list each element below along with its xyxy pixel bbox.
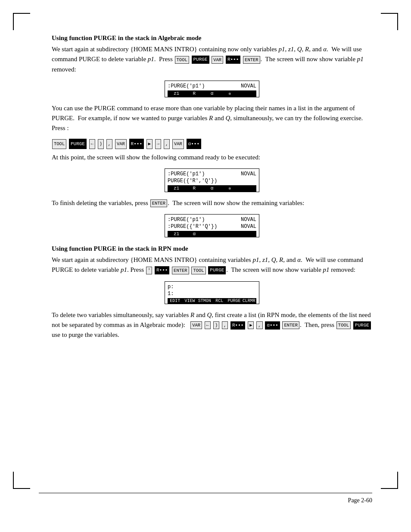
key-tool-2[interactable]: TOOL: [52, 139, 66, 149]
screen4-menu-stmon: STMON: [197, 298, 212, 304]
key-paren-2[interactable]: ): [213, 321, 219, 329]
key-r2[interactable]: R▪▪▪: [129, 139, 144, 149]
screen3-line1-left: :PURGE('p1'): [168, 217, 205, 223]
key-back-1[interactable]: ←: [89, 139, 95, 149]
key-purge-3[interactable]: PURGE: [208, 266, 226, 274]
screen2-menu-item-2: R: [185, 185, 203, 192]
page-divider: [39, 493, 372, 493]
screen1-menu-item-5: [239, 90, 256, 97]
keys-row-1: TOOL PURGE ← ) , VAR R▪▪▪ ▶ → , VAR α▪▪▪: [52, 137, 372, 150]
key-tool-1[interactable]: TOOL: [175, 56, 189, 64]
key-enter-1[interactable]: ENTER: [243, 56, 260, 64]
key-tri-2[interactable]: ▶: [248, 321, 254, 329]
corner-mark-br: [381, 472, 398, 489]
screen1-menu-item-4: ∝: [221, 90, 239, 97]
key-alpha-1[interactable]: α▪▪▪: [187, 139, 201, 149]
corner-mark-tr: [381, 13, 398, 30]
key-alpha-2[interactable]: α▪▪▪: [265, 321, 280, 330]
screen2-line1-left: :PURGE('p1'): [168, 171, 205, 177]
screen1-menu-item-1: z1: [168, 90, 185, 97]
key-comma-1[interactable]: ,: [106, 139, 112, 149]
key-purge-4[interactable]: PURGE: [353, 321, 371, 330]
algebraic-para-3: At this point, the screen will show the …: [52, 152, 372, 162]
key-r1[interactable]: R▪▪▪: [226, 56, 240, 64]
algebraic-para-1: We start again at subdirectory {HOME MAN…: [52, 44, 372, 75]
screen1-wrapper: :PURGE('p1') NOVAL z1 R α ∝: [52, 81, 372, 97]
screen1-menu-item-3: α: [203, 90, 221, 97]
screen2-line2: PURGE({'R','Q'}): [168, 177, 256, 184]
key-enter-2[interactable]: ENTER: [150, 199, 168, 207]
screen3-line2-left: :PURGE({'R''Q'}): [168, 224, 217, 230]
key-var-3[interactable]: VAR: [172, 139, 184, 149]
screen2-menu-item-3: α: [203, 185, 221, 192]
screen3-menu-item-4: [221, 231, 239, 237]
screen1: :PURGE('p1') NOVAL z1 R α ∝: [165, 81, 259, 97]
screen4-wrapper: p: 1: EDIT VIEW STMON RCL PURGE CLRMR: [52, 281, 372, 304]
key-comma-4[interactable]: ,: [256, 321, 262, 329]
screen3-menu-item-5: [239, 231, 256, 237]
page-content: Using function PURGE in the stack in Alg…: [52, 34, 372, 340]
screen3-line1: :PURGE('p1') NOVAL: [168, 216, 256, 223]
algebraic-para-2: You can use the PURGE command to erase m…: [52, 103, 372, 134]
key-r4[interactable]: R▪▪▪: [230, 321, 245, 330]
page: Using function PURGE in the stack in Alg…: [0, 0, 411, 532]
screen3-line2: :PURGE({'R''Q'}) NOVAL: [168, 223, 256, 230]
screen4-line2: 1:: [168, 290, 256, 297]
screen3-line2-right: NOVAL: [241, 224, 256, 230]
screen4-line1: p:: [168, 283, 256, 290]
algebraic-section: Using function PURGE in the stack in Alg…: [52, 34, 372, 237]
page-number: Page 2-60: [348, 497, 372, 504]
screen2-menu: z1 R α ∝: [168, 185, 256, 192]
screen4-menu-view: VIEW: [182, 298, 197, 304]
screen3-menu: z1 α: [168, 231, 256, 237]
rpn-para-2: To delete two variables simultaneously, …: [52, 310, 372, 340]
key-tool-4[interactable]: TOOL: [336, 321, 351, 329]
screen1-menu-item-2: R: [185, 90, 203, 97]
screen2: :PURGE('p1') NOVAL PURGE({'R','Q'}) z1 R…: [165, 168, 259, 192]
key-enter-4[interactable]: ENTER: [282, 321, 299, 329]
screen3-menu-item-3: [203, 231, 221, 237]
screen4: p: 1: EDIT VIEW STMON RCL PURGE CLRMR: [165, 281, 259, 304]
screen4-menu-clrmr: CLRMR: [242, 298, 256, 304]
corner-mark-bl: [13, 472, 30, 489]
screen1-line1-right: NOVAL: [241, 83, 256, 89]
screen3: :PURGE('p1') NOVAL :PURGE({'R''Q'}) NOVA…: [165, 214, 259, 237]
algebraic-para-4: To finish deleting the variables, press …: [52, 198, 372, 208]
screen1-menu: z1 R α ∝: [168, 90, 256, 97]
key-arrow-1[interactable]: →: [155, 139, 161, 149]
screen1-line1: :PURGE('p1') NOVAL: [168, 83, 256, 90]
screen4-menu-rcl: RCL: [212, 298, 227, 304]
screen2-menu-item-5: [239, 185, 256, 192]
key-paren-1[interactable]: ): [98, 139, 104, 149]
key-var-2[interactable]: VAR: [115, 139, 127, 149]
key-comma-3[interactable]: ,: [222, 321, 228, 329]
screen1-line1-left: :PURGE('p1'): [168, 83, 205, 89]
screen3-menu-item-1: z1: [168, 231, 185, 237]
key-quote-1[interactable]: ': [146, 267, 152, 274]
screen2-line1: :PURGE('p1') NOVAL: [168, 171, 256, 177]
screen2-wrapper: :PURGE('p1') NOVAL PURGE({'R','Q'}) z1 R…: [52, 168, 372, 192]
key-purge-1[interactable]: PURGE: [192, 56, 209, 64]
key-back-2[interactable]: ←: [205, 321, 211, 329]
key-tri-1[interactable]: ▶: [146, 139, 153, 149]
screen3-line1-right: NOVAL: [241, 217, 256, 223]
key-var-4[interactable]: VAR: [190, 321, 202, 329]
screen2-line1-right: NOVAL: [241, 171, 256, 177]
key-tool-3[interactable]: TOOL: [191, 267, 206, 274]
rpn-para-1: We start again at subdirectory {HOME MAN…: [52, 255, 372, 275]
key-enter-3[interactable]: ENTER: [172, 267, 189, 274]
screen3-wrapper: :PURGE('p1') NOVAL :PURGE({'R''Q'}) NOVA…: [52, 214, 372, 237]
key-var-1[interactable]: VAR: [212, 56, 223, 64]
rpn-section: Using function PURGE in the stack in RPN…: [52, 245, 372, 340]
screen2-menu-item-4: ∝: [221, 185, 239, 192]
screen2-line2-left: PURGE({'R','Q'}): [168, 178, 217, 184]
key-purge-2[interactable]: PURGE: [69, 139, 87, 149]
rpn-section-title: Using function PURGE in the stack in RPN…: [52, 245, 372, 252]
screen2-menu-item-1: z1: [168, 185, 185, 192]
screen4-menu-edit: EDIT: [168, 298, 182, 304]
key-comma-2[interactable]: ,: [164, 139, 170, 149]
screen4-menu: EDIT VIEW STMON RCL PURGE CLRMR: [168, 298, 256, 304]
screen4-menu-purge: PURGE: [227, 298, 241, 304]
screen3-menu-item-2: α: [185, 231, 203, 237]
key-r3[interactable]: R▪▪▪: [155, 266, 169, 274]
